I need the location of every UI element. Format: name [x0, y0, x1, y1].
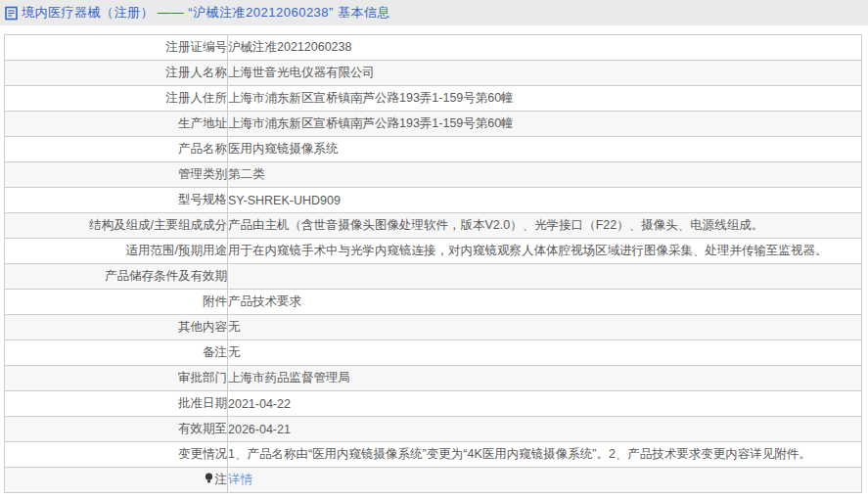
table-row: 生产地址上海市浦东新区宣桥镇南芦公路193弄1-159号第60幢 — [5, 112, 862, 137]
row-label-text: 结构及组成/主要组成成分 — [89, 218, 227, 232]
row-label-text: 产品名称 — [178, 142, 227, 156]
row-label-text: 附件 — [203, 294, 227, 308]
table-row: 注册人住所上海市浦东新区宣桥镇南芦公路193弄1-159号第60幢 — [5, 86, 862, 112]
row-value: 上海世音光电仪器有限公司 — [228, 61, 862, 86]
row-label-text: 审批部门 — [178, 371, 227, 385]
row-label-text: 批准日期 — [178, 396, 227, 410]
row-label: 注册人名称 — [5, 61, 228, 86]
row-value: 上海市浦东新区宣桥镇南芦公路193弄1-159号第60幢 — [228, 112, 862, 137]
table-row: 产品储存条件及有效期 — [5, 264, 862, 290]
row-value: 2021-04-22 — [228, 391, 862, 417]
row-label-text: 其他内容 — [178, 320, 227, 334]
row-label: 备注 — [5, 340, 228, 366]
row-value: 1、产品名称由“医用内窥镜摄像系统”变更为“4K医用内窥镜摄像系统”。2、产品技… — [228, 442, 862, 468]
row-label: 结构及组成/主要组成成分 — [5, 213, 228, 239]
row-label-text: 生产地址 — [178, 116, 227, 130]
table-row: 有效期至2026-04-21 — [5, 417, 862, 442]
table-row: 批准日期2021-04-22 — [5, 391, 862, 417]
table-row: 附件产品技术要求 — [5, 290, 862, 315]
row-label-text: 注册人住所 — [166, 91, 228, 105]
page-title: 境内医疗器械（注册） —— “沪械注准20212060238” 基本信息 — [22, 4, 390, 22]
document-icon — [5, 6, 18, 21]
row-label: 批准日期 — [5, 391, 228, 417]
row-value: 2026-04-21 — [228, 417, 862, 442]
row-value: 产品技术要求 — [228, 290, 862, 315]
table-row: 备注无 — [5, 340, 862, 366]
row-label-text: 型号规格 — [178, 193, 227, 206]
row-value: 医用内窥镜摄像系统 — [228, 137, 862, 162]
table-row: 变更情况1、产品名称由“医用内窥镜摄像系统”变更为“4K医用内窥镜摄像系统”。2… — [5, 442, 862, 468]
row-label: 适用范围/预期用途 — [5, 239, 228, 264]
table-row: 结构及组成/主要组成成分产品由主机（含世音摄像头图像处理软件，版本V2.0）、光… — [5, 213, 862, 239]
row-label: 型号规格 — [5, 188, 228, 213]
table-row: 管理类别第二类 — [5, 162, 862, 188]
row-label: 生产地址 — [5, 112, 228, 137]
row-label: 产品储存条件及有效期 — [5, 264, 228, 290]
row-value: 无 — [228, 315, 862, 340]
row-label-text: 适用范围/预期用途 — [126, 244, 227, 257]
table-row: 注详情 — [5, 468, 862, 493]
row-label: 注 — [5, 468, 228, 493]
row-label-text: 注册证编号 — [166, 40, 228, 54]
row-label: 管理类别 — [5, 162, 228, 188]
row-label: 附件 — [5, 290, 228, 315]
row-label: 注册人住所 — [5, 86, 228, 112]
table-row: 注册人名称上海世音光电仪器有限公司 — [5, 61, 862, 86]
row-value: 第二类 — [228, 162, 862, 188]
row-value: 详情 — [228, 468, 862, 493]
row-label-text: 有效期至 — [178, 422, 227, 435]
row-value: 无 — [228, 340, 862, 366]
row-label-text: 备注 — [203, 345, 227, 359]
row-value: 产品由主机（含世音摄像头图像处理软件，版本V2.0）、光学接口（F22）、摄像头… — [228, 213, 862, 239]
row-label-text: 变更情况 — [178, 447, 227, 461]
row-label: 变更情况 — [5, 442, 228, 468]
details-link[interactable]: 详情 — [228, 473, 252, 486]
row-label-text: 注册人名称 — [166, 66, 228, 79]
row-label: 其他内容 — [5, 315, 228, 340]
table-row: 产品名称医用内窥镜摄像系统 — [5, 137, 862, 162]
row-label: 注册证编号 — [5, 35, 228, 61]
info-table-body: 注册证编号沪械注准20212060238注册人名称上海世音光电仪器有限公司注册人… — [5, 35, 862, 493]
row-label-text: 管理类别 — [178, 167, 227, 181]
table-row: 适用范围/预期用途用于在内窥镜手术中与光学内窥镜连接，对内窥镜观察人体体腔视场区… — [5, 239, 862, 264]
row-label-text: 产品储存条件及有效期 — [105, 269, 227, 283]
row-value: 沪械注准20212060238 — [228, 35, 862, 61]
table-row: 注册证编号沪械注准20212060238 — [5, 35, 862, 61]
row-value: 上海市浦东新区宣桥镇南芦公路193弄1-159号第60幢 — [228, 86, 862, 112]
row-label: 审批部门 — [5, 366, 228, 391]
row-label: 有效期至 — [5, 417, 228, 442]
row-label: 产品名称 — [5, 137, 228, 162]
table-row: 型号规格SY-SHREK-UHD909 — [5, 188, 862, 213]
row-value — [228, 264, 862, 290]
row-value: 用于在内窥镜手术中与光学内窥镜连接，对内窥镜观察人体体腔视场区域进行图像采集、处… — [228, 239, 862, 264]
bulb-icon — [205, 473, 213, 487]
table-row: 审批部门上海市药品监督管理局 — [5, 366, 862, 391]
row-label-text: 注 — [215, 473, 228, 486]
registration-info-table: 注册证编号沪械注准20212060238注册人名称上海世音光电仪器有限公司注册人… — [4, 34, 862, 493]
row-value: 上海市药品监督管理局 — [228, 366, 862, 391]
page-header: 境内医疗器械（注册） —— “沪械注准20212060238” 基本信息 — [0, 0, 868, 25]
row-value: SY-SHREK-UHD909 — [228, 188, 862, 213]
table-row: 其他内容无 — [5, 315, 862, 340]
